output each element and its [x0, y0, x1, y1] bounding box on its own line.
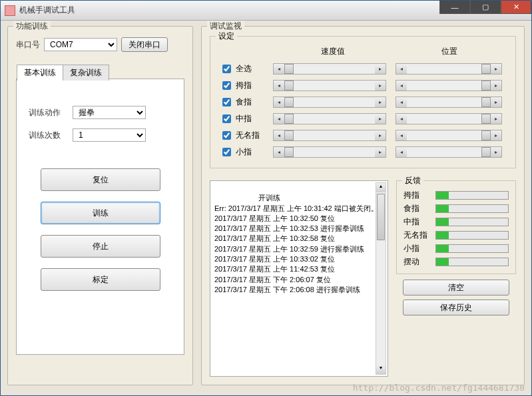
- arrow-right-icon[interactable]: ▸: [375, 64, 386, 74]
- minimize-button[interactable]: —: [439, 1, 470, 14]
- arrow-right-icon[interactable]: ▸: [491, 147, 501, 157]
- scroll-thumb[interactable]: [481, 147, 491, 157]
- stop-button[interactable]: 停止: [41, 235, 160, 258]
- com-label: 串口号: [16, 39, 40, 51]
- calibrate-button[interactable]: 标定: [41, 268, 160, 291]
- feedback-row: 中指: [403, 216, 509, 228]
- arrow-right-icon[interactable]: ▸: [491, 64, 501, 74]
- arrow-left-icon[interactable]: ◂: [396, 64, 407, 74]
- save-history-button[interactable]: 保存历史: [403, 299, 509, 315]
- close-com-button[interactable]: 关闭串口: [121, 37, 168, 52]
- arrow-right-icon[interactable]: ▸: [375, 97, 386, 107]
- row-checkbox[interactable]: [222, 98, 231, 106]
- feedback-row: 拇指: [403, 190, 509, 201]
- arrow-right-icon[interactable]: ▸: [491, 81, 501, 91]
- main-window: 机械手调试工具 — ▢ ✕ 功能训练 串口号 COM7 关闭串口 基本训练 复杂…: [0, 0, 532, 396]
- speed-scrollbar[interactable]: ◂▸: [273, 146, 386, 158]
- feedback-row: 食指: [403, 203, 509, 214]
- arrow-left-icon[interactable]: ◂: [274, 147, 284, 157]
- col-speed: 速度值: [273, 46, 393, 57]
- scroll-thumb[interactable]: [481, 81, 491, 91]
- tab-complex[interactable]: 复杂训练: [63, 65, 109, 81]
- scroll-thumb[interactable]: [481, 97, 491, 107]
- arrow-right-icon[interactable]: ▸: [375, 130, 386, 140]
- arrow-right-icon[interactable]: ▸: [375, 147, 386, 157]
- feedback-panel: 反馈 拇指食指中指无名指小指摆动: [396, 180, 516, 274]
- maximize-button[interactable]: ▢: [470, 1, 501, 14]
- scroll-down-icon[interactable]: ▾: [376, 365, 386, 374]
- reset-button[interactable]: 复位: [41, 168, 160, 191]
- arrow-left-icon[interactable]: ◂: [396, 130, 407, 140]
- speed-scrollbar[interactable]: ◂▸: [273, 113, 386, 124]
- scroll-thumb[interactable]: [481, 130, 491, 140]
- titlebar[interactable]: 机械手调试工具 — ▢ ✕: [1, 1, 531, 21]
- row-checkbox[interactable]: [222, 131, 231, 140]
- row-checkbox[interactable]: [222, 81, 231, 90]
- feedback-label: 小指: [403, 243, 431, 254]
- position-scrollbar[interactable]: ◂▸: [396, 80, 502, 91]
- com-select[interactable]: COM7: [44, 38, 117, 51]
- progress-bar: [435, 218, 509, 226]
- clear-button[interactable]: 清空: [403, 280, 509, 296]
- arrow-left-icon[interactable]: ◂: [274, 64, 284, 74]
- scroll-thumb[interactable]: [284, 114, 294, 124]
- arrow-right-icon[interactable]: ▸: [491, 130, 501, 140]
- train-button[interactable]: 训练: [41, 202, 160, 224]
- action-label: 训练动作: [29, 107, 69, 118]
- arrow-right-icon[interactable]: ▸: [491, 97, 501, 107]
- row-label: 小指: [236, 146, 252, 158]
- row-label: 无名指: [236, 130, 260, 141]
- arrow-left-icon[interactable]: ◂: [396, 81, 407, 91]
- scroll-up-icon[interactable]: ▴: [376, 183, 386, 192]
- arrow-right-icon[interactable]: ▸: [375, 114, 386, 124]
- progress-bar: [435, 204, 509, 213]
- close-button[interactable]: ✕: [501, 1, 531, 14]
- arrow-left-icon[interactable]: ◂: [396, 147, 407, 157]
- speed-scrollbar[interactable]: ◂▸: [273, 130, 386, 141]
- progress-bar: [435, 258, 509, 266]
- row-label: 食指: [236, 97, 252, 108]
- row-checkbox[interactable]: [222, 148, 231, 156]
- arrow-left-icon[interactable]: ◂: [274, 114, 284, 124]
- position-scrollbar[interactable]: ◂▸: [396, 146, 502, 158]
- scroll-thumb[interactable]: [481, 64, 491, 74]
- scroll-thumb[interactable]: [377, 194, 385, 240]
- row-checkbox[interactable]: [222, 65, 231, 73]
- setting-row: 全选◂▸◂▸: [220, 63, 506, 75]
- arrow-left-icon[interactable]: ◂: [274, 81, 284, 91]
- position-scrollbar[interactable]: ◂▸: [396, 97, 502, 108]
- progress-bar: [435, 191, 509, 200]
- arrow-left-icon[interactable]: ◂: [274, 130, 284, 140]
- log-textbox[interactable]: 开训练 Err: 2017/3/17 星期五 上午 10:31:42 端口被关闭…: [210, 180, 388, 377]
- count-select[interactable]: 1: [73, 128, 146, 142]
- scroll-thumb[interactable]: [481, 114, 491, 124]
- position-scrollbar[interactable]: ◂▸: [396, 130, 502, 141]
- scroll-thumb[interactable]: [284, 147, 294, 157]
- tab-basic[interactable]: 基本训练: [17, 65, 63, 81]
- arrow-left-icon[interactable]: ◂: [396, 114, 407, 124]
- scroll-thumb[interactable]: [284, 64, 294, 74]
- col-pos: 位置: [393, 46, 506, 57]
- speed-scrollbar[interactable]: ◂▸: [273, 97, 386, 108]
- arrow-right-icon[interactable]: ▸: [491, 114, 501, 124]
- log-scrollbar[interactable]: ▴ ▾: [376, 182, 386, 375]
- scroll-thumb[interactable]: [284, 81, 294, 91]
- position-scrollbar[interactable]: ◂▸: [396, 113, 502, 124]
- arrow-left-icon[interactable]: ◂: [396, 97, 407, 107]
- feedback-label: 无名指: [403, 230, 431, 241]
- speed-scrollbar[interactable]: ◂▸: [273, 63, 386, 75]
- right-buttons: 清空 保存历史: [396, 280, 516, 315]
- speed-scrollbar[interactable]: ◂▸: [273, 80, 386, 91]
- arrow-right-icon[interactable]: ▸: [375, 81, 386, 91]
- window-buttons: — ▢ ✕: [439, 1, 531, 14]
- action-select[interactable]: 握拳: [73, 106, 146, 119]
- progress-fill: [436, 245, 449, 252]
- feedback-row: 摆动: [403, 256, 509, 268]
- scroll-thumb[interactable]: [284, 130, 294, 140]
- row-checkbox[interactable]: [222, 114, 231, 123]
- training-group: 功能训练 串口号 COM7 关闭串口 基本训练 复杂训练 训练动作 握拳: [7, 26, 193, 385]
- scroll-thumb[interactable]: [284, 97, 294, 107]
- row-label: 中指: [236, 113, 252, 124]
- arrow-left-icon[interactable]: ◂: [274, 97, 284, 107]
- position-scrollbar[interactable]: ◂▸: [396, 63, 502, 75]
